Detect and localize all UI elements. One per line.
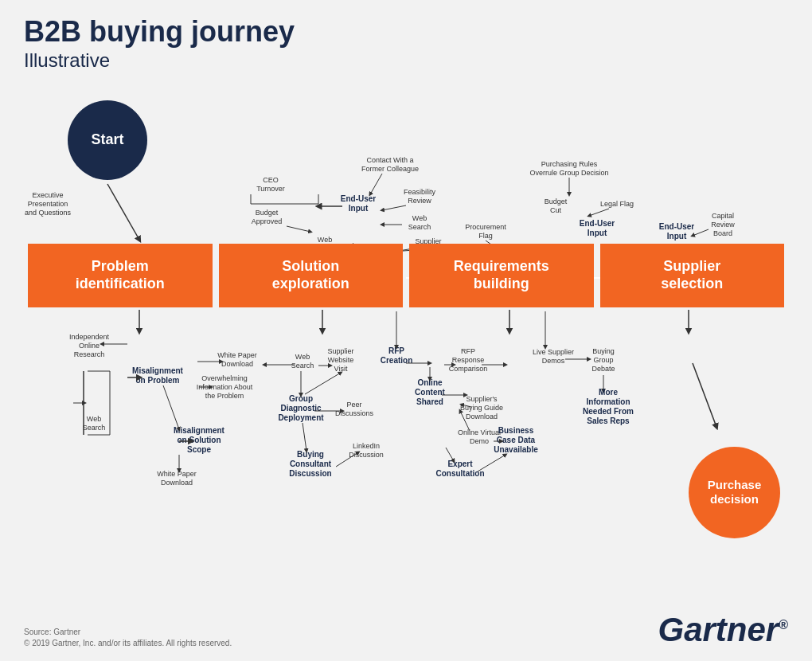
svg-text:Web: Web (87, 415, 101, 423)
diagram-area: Start Executive Presentation and Questio… (24, 76, 788, 586)
svg-text:End-User: End-User (580, 219, 615, 228)
svg-text:Budget: Budget (545, 198, 568, 205)
main-title: B2B buying journey (24, 16, 788, 48)
purchase-circle: Purchasedecision (689, 447, 780, 538)
svg-line-39 (589, 209, 609, 216)
svg-text:Approved: Approved (252, 217, 283, 225)
svg-text:Online Virtual: Online Virtual (458, 428, 501, 436)
svg-line-127 (462, 405, 471, 407)
svg-text:Input: Input (667, 232, 687, 241)
svg-text:Purchasing Rules: Purchasing Rules (541, 160, 598, 168)
footer-section: Source: Gartner © 2019 Gartner, Inc. and… (24, 627, 232, 649)
svg-text:on Solution: on Solution (178, 436, 221, 444)
svg-text:Search: Search (291, 362, 314, 370)
svg-text:Web: Web (295, 353, 310, 361)
svg-text:Misalignment: Misalignment (174, 426, 225, 435)
svg-text:Overrule Group Decision: Overrule Group Decision (529, 169, 608, 177)
svg-text:Shared: Shared (416, 397, 443, 406)
svg-text:Capital: Capital (712, 212, 734, 220)
svg-text:Visit: Visit (334, 365, 348, 373)
svg-text:Scope: Scope (187, 445, 211, 454)
svg-text:Supplier's: Supplier's (466, 395, 498, 403)
svg-text:Consultant: Consultant (290, 460, 332, 468)
svg-text:Consultation: Consultation (435, 469, 484, 478)
svg-text:Buying Guide: Buying Guide (460, 404, 503, 412)
svg-text:Case Data: Case Data (497, 436, 536, 444)
svg-text:Overwhelming: Overwhelming (201, 374, 248, 382)
svg-text:Information: Information (587, 397, 630, 406)
svg-text:End-User: End-User (341, 194, 377, 203)
svg-text:Misalignment: Misalignment (132, 366, 184, 375)
svg-text:Presentation: Presentation (28, 200, 68, 208)
svg-text:White Paper: White Paper (217, 351, 257, 359)
svg-text:Discussion: Discussion (349, 451, 384, 459)
footer-source: Source: Gartner (24, 627, 232, 638)
svg-text:Expert: Expert (447, 460, 473, 468)
svg-text:Diagnostic: Diagnostic (280, 404, 322, 413)
svg-text:CEO: CEO (263, 176, 279, 184)
svg-text:on Problem: on Problem (135, 376, 179, 385)
svg-line-22 (382, 205, 406, 210)
start-circle: Start (68, 100, 147, 180)
svg-text:Online: Online (417, 378, 443, 387)
svg-text:Procurement: Procurement (465, 223, 506, 231)
svg-line-99 (305, 373, 341, 394)
main-container: B2B buying journey Illustrative Start Ex… (0, 0, 812, 661)
svg-text:Debate: Debate (591, 365, 615, 373)
svg-text:Creation: Creation (381, 356, 413, 365)
svg-text:LinkedIn: LinkedIn (353, 442, 380, 450)
svg-text:Review: Review (711, 221, 735, 229)
svg-line-130 (460, 411, 470, 431)
svg-text:Response: Response (452, 356, 485, 364)
svg-text:Buying: Buying (297, 450, 324, 459)
svg-text:Research: Research (74, 350, 105, 358)
svg-text:Peer: Peer (346, 401, 361, 409)
stage-problem: Problemidentification (28, 244, 213, 307)
svg-text:Group: Group (593, 356, 613, 364)
svg-text:White Paper: White Paper (157, 470, 197, 478)
footer-copyright: © 2019 Gartner, Inc. and/or its affiliat… (24, 638, 232, 649)
gartner-logo: Gartner® (658, 611, 788, 649)
svg-line-84 (163, 385, 179, 429)
svg-text:Turnover: Turnover (256, 185, 285, 193)
svg-text:Needed From: Needed From (583, 407, 634, 416)
start-label: Start (91, 131, 123, 148)
svg-text:Download: Download (221, 360, 253, 368)
svg-text:Board: Board (713, 229, 732, 237)
svg-text:Business: Business (498, 426, 534, 435)
svg-text:Discussion: Discussion (289, 469, 331, 478)
svg-text:Deployment: Deployment (278, 413, 324, 422)
stage-boxes-container: Problemidentification Solutionexploratio… (28, 244, 784, 307)
svg-text:Legal Flag: Legal Flag (600, 200, 634, 208)
subtitle: Illustrative (24, 48, 788, 72)
svg-text:More: More (599, 388, 618, 397)
svg-text:End-User: End-User (659, 222, 695, 231)
svg-text:RFP: RFP (461, 347, 475, 355)
svg-text:Web: Web (318, 236, 332, 244)
svg-text:RFP: RFP (388, 346, 404, 355)
svg-text:Download: Download (161, 479, 193, 487)
title-section: B2B buying journey Illustrative (24, 16, 788, 72)
svg-text:Information About: Information About (197, 383, 253, 391)
svg-text:Unavailable: Unavailable (494, 445, 538, 454)
svg-text:Discussions: Discussions (335, 409, 374, 417)
svg-text:Website: Website (328, 356, 353, 364)
svg-text:Online: Online (79, 342, 100, 350)
svg-text:Download: Download (466, 413, 498, 420)
svg-text:Demos: Demos (542, 357, 565, 365)
svg-text:Group: Group (289, 394, 313, 403)
svg-text:Contact With a: Contact With a (366, 156, 413, 164)
svg-text:Independent: Independent (69, 333, 110, 341)
svg-text:Review: Review (408, 197, 431, 205)
svg-text:Sales Reps: Sales Reps (587, 417, 630, 425)
svg-line-3 (107, 184, 139, 240)
stage-supplier: Supplierselection (600, 244, 785, 307)
svg-text:Cut: Cut (550, 206, 562, 214)
svg-line-106 (303, 423, 306, 451)
svg-text:Search: Search (408, 223, 431, 231)
svg-line-137 (446, 448, 454, 461)
svg-text:Buying: Buying (592, 347, 615, 355)
svg-text:Input: Input (349, 204, 369, 213)
svg-text:Comparison: Comparison (449, 365, 488, 373)
svg-text:Input: Input (588, 229, 607, 237)
